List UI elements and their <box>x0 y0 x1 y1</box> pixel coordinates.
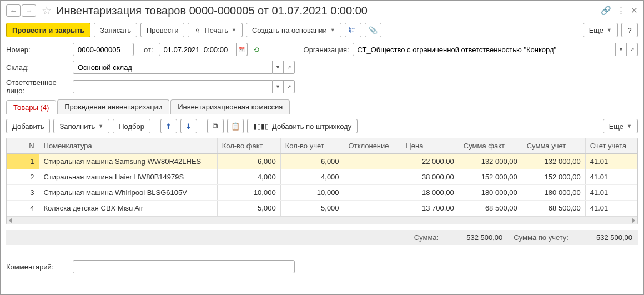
calendar-icon[interactable]: 📅 <box>237 43 248 56</box>
post-button[interactable]: Провести <box>140 23 185 37</box>
cell-sum-acc[interactable]: 180 000,00 <box>522 185 585 201</box>
print-button[interactable]: 🖨 Печать▼ <box>188 23 243 37</box>
create-based-on-button[interactable]: Создать на основании▼ <box>246 23 341 37</box>
move-up-button[interactable]: ⬆ <box>160 119 177 133</box>
save-button[interactable]: Записать <box>94 23 137 37</box>
add-by-barcode-button[interactable]: ▮▯▮▯ Добавить по штрихкоду <box>247 119 358 133</box>
table-row[interactable]: 2Стиральная машина Haier HW80B14979S4,00… <box>7 169 637 185</box>
number-input[interactable] <box>73 43 134 56</box>
select-button[interactable]: Подбор <box>113 119 150 133</box>
cell-deviation[interactable] <box>344 185 401 201</box>
cell-qty-fact[interactable]: 5,000 <box>217 201 280 216</box>
cell-qty-acc[interactable]: 4,000 <box>280 169 344 185</box>
cell-nomenclature[interactable]: Стиральная машина Haier HW80B14979S <box>39 169 217 185</box>
table-row[interactable]: 1Стиральная машина Samsung WW80R42LHES6,… <box>7 154 637 169</box>
cell-nomenclature[interactable]: Коляска детская CBX Misu Air <box>39 201 217 216</box>
link-icon[interactable]: 🔗 <box>601 6 611 16</box>
post-and-close-button[interactable]: Провести и закрыть <box>6 23 90 37</box>
cell-n[interactable]: 4 <box>7 201 39 216</box>
cell-deviation[interactable] <box>344 201 401 216</box>
sum-value: 532 500,00 <box>466 233 502 242</box>
cell-nomenclature[interactable]: Стиральная машина Whirlpool BLSG6105V <box>39 185 217 201</box>
copy-button[interactable]: ⧉ <box>207 119 224 133</box>
table-row[interactable]: 4Коляска детская CBX Misu Air5,0005,0001… <box>7 201 637 216</box>
cell-qty-acc[interactable]: 5,000 <box>280 201 344 216</box>
col-price[interactable]: Цена <box>401 138 459 154</box>
col-nomenclature[interactable]: Номенклатура <box>39 138 217 154</box>
goods-table[interactable]: N Номенклатура Кол-во факт Кол-во учет О… <box>6 138 638 224</box>
cell-price[interactable]: 13 700,00 <box>401 201 459 216</box>
attachments-button[interactable]: 📎 <box>365 23 381 37</box>
cell-sum-fact[interactable]: 68 500,00 <box>459 201 522 216</box>
org-input-group[interactable]: ▼ ↗ <box>353 43 638 56</box>
cell-account[interactable]: 41.01 <box>585 154 637 169</box>
warehouse-input-group[interactable]: ▼ ↗ <box>73 61 295 74</box>
copy-icon: ⧉ <box>213 122 218 131</box>
subtoolbar-more-button[interactable]: Еще▼ <box>603 119 638 133</box>
col-qty-fact[interactable]: Кол-во факт <box>217 138 280 154</box>
col-qty-acc[interactable]: Кол-во учет <box>280 138 344 154</box>
responsible-input-group[interactable]: ▼ ↗ <box>73 80 295 93</box>
col-sum-acc[interactable]: Сумма учет <box>522 138 585 154</box>
cell-sum-acc[interactable]: 68 500,00 <box>522 201 585 216</box>
cell-qty-fact[interactable]: 10,000 <box>217 185 280 201</box>
close-window-icon[interactable]: ✕ <box>631 6 638 16</box>
arrow-up-icon: ⬆ <box>165 122 172 131</box>
cell-qty-acc[interactable]: 10,000 <box>280 185 344 201</box>
favorite-star-icon[interactable]: ☆ <box>42 4 52 17</box>
cell-qty-acc[interactable]: 6,000 <box>280 154 344 169</box>
responsible-open-icon[interactable]: ↗ <box>284 80 295 93</box>
col-deviation[interactable]: Отклонение <box>344 138 401 154</box>
date-input-group[interactable]: 📅 <box>159 43 248 56</box>
add-row-button[interactable]: Добавить <box>6 119 50 133</box>
responsible-dropdown-icon[interactable]: ▼ <box>273 80 284 93</box>
tab-posting[interactable]: Проведение инвентаризации <box>57 99 169 114</box>
cell-qty-fact[interactable]: 6,000 <box>217 154 280 169</box>
cell-deviation[interactable] <box>344 154 401 169</box>
cell-account[interactable]: 41.01 <box>585 185 637 201</box>
cell-price[interactable]: 22 000,00 <box>401 154 459 169</box>
from-label: от: <box>144 46 153 54</box>
fill-button[interactable]: Заполнить▼ <box>53 119 109 133</box>
structure-button[interactable]: ⿻ <box>345 23 361 37</box>
refresh-icon[interactable]: ⟲ <box>253 46 259 54</box>
cell-sum-acc[interactable]: 152 000,00 <box>522 169 585 185</box>
cell-qty-fact[interactable]: 4,000 <box>217 169 280 185</box>
tab-commission[interactable]: Инвентаризационная комиссия <box>170 99 290 114</box>
horizontal-scrollbar[interactable] <box>7 216 637 224</box>
org-open-icon[interactable]: ↗ <box>627 43 638 56</box>
cell-sum-fact[interactable]: 132 000,00 <box>459 154 522 169</box>
warehouse-open-icon[interactable]: ↗ <box>284 61 295 74</box>
cell-price[interactable]: 38 000,00 <box>401 169 459 185</box>
cell-price[interactable]: 18 000,00 <box>401 185 459 201</box>
cell-sum-acc[interactable]: 132 000,00 <box>522 154 585 169</box>
barcode-icon: ▮▯▮▯ <box>253 122 269 131</box>
col-sum-fact[interactable]: Сумма факт <box>459 138 522 154</box>
cell-deviation[interactable] <box>344 169 401 185</box>
cell-n[interactable]: 2 <box>7 169 39 185</box>
sum-acc-label: Сумма по учету: <box>514 233 568 242</box>
cell-n[interactable]: 3 <box>7 185 39 201</box>
paste-button[interactable]: 📋 <box>227 119 244 133</box>
sum-label: Сумма: <box>414 233 439 242</box>
nav-forward-button[interactable]: → <box>22 4 36 17</box>
col-account[interactable]: Счет учета <box>585 138 637 154</box>
help-button[interactable]: ? <box>621 23 638 37</box>
warehouse-dropdown-icon[interactable]: ▼ <box>273 61 284 74</box>
tab-goods[interactable]: Товары (4) <box>6 100 56 114</box>
cell-account[interactable]: 41.01 <box>585 201 637 216</box>
cell-account[interactable]: 41.01 <box>585 169 637 185</box>
comment-label: Комментарий: <box>6 263 73 271</box>
kebab-menu-icon[interactable]: ⋮ <box>617 6 625 16</box>
cell-nomenclature[interactable]: Стиральная машина Samsung WW80R42LHES <box>39 154 217 169</box>
cell-sum-fact[interactable]: 180 000,00 <box>459 185 522 201</box>
move-down-button[interactable]: ⬇ <box>180 119 197 133</box>
cell-n[interactable]: 1 <box>7 154 39 169</box>
table-row[interactable]: 3Стиральная машина Whirlpool BLSG6105V10… <box>7 185 637 201</box>
toolbar-more-button[interactable]: Еще▼ <box>583 23 618 37</box>
col-n[interactable]: N <box>7 138 39 154</box>
nav-back-button[interactable]: ← <box>6 4 21 17</box>
org-dropdown-icon[interactable]: ▼ <box>616 43 627 56</box>
cell-sum-fact[interactable]: 152 000,00 <box>459 169 522 185</box>
comment-input[interactable] <box>73 260 295 273</box>
